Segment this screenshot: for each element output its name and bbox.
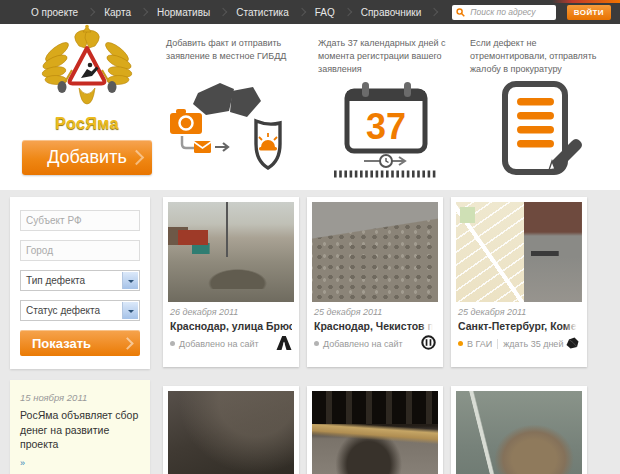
news-panel: 15 ноября 2011 РосЯма объявляет сбор ден… [10, 380, 150, 474]
card-status: Добавлено на сайт [323, 339, 403, 349]
card-status-row: В ГАИ ждать 35 дней [458, 336, 580, 351]
show-button-label: Показать [32, 336, 91, 351]
main-content: Тип дефекта Статус дефекта Показать 15 н… [0, 190, 620, 474]
address-search-box[interactable] [452, 5, 556, 20]
news-more-link[interactable]: » [20, 458, 25, 468]
defect-photo[interactable] [168, 391, 294, 474]
card-date: 26 декабря 2011 [170, 307, 292, 317]
magnifier-icon [456, 8, 465, 17]
top-nav: О проекте Карта Нормативы Статистика FAQ… [0, 0, 620, 24]
card-title[interactable]: Краснодар, улица Брюсова 65 [170, 320, 292, 332]
defect-card[interactable]: 25 декабря 2011 Краснодар, Чекистов прос… [307, 197, 443, 367]
nav-item-map[interactable]: Карта [95, 7, 140, 18]
nav-separator-icon [87, 8, 95, 16]
complaint-document-pen-icon [470, 79, 604, 183]
step-report-text: Добавить факт и отправить заявление в ме… [166, 37, 300, 79]
road-icon [276, 336, 292, 352]
brand-name: РосЯма [55, 115, 119, 133]
nav-separator-icon [219, 8, 227, 16]
chevron-right-icon [129, 150, 145, 166]
defect-photo[interactable] [312, 202, 438, 302]
defect-status-value: Статус дефекта [26, 305, 100, 316]
defect-card[interactable]: 26 декабря 2011 Краснодар, улица Брюсова… [163, 197, 299, 367]
card-footer: 25 декабря 2011 Санкт-Петербург, Коменда… [456, 305, 582, 357]
card-wait: ждать 35 дней [503, 339, 563, 349]
nav-item-directories[interactable]: Справочники [352, 7, 431, 18]
add-defect-button[interactable]: Добавить [22, 140, 152, 175]
login-button[interactable]: войти [567, 5, 611, 20]
hero-section: РосЯма Добавить Добавить факт и отправит… [0, 24, 620, 190]
defect-type-value: Тип дефекта [26, 275, 85, 286]
rock-icon [564, 336, 580, 351]
filter-panel: Тип дефекта Статус дефекта Показать [10, 197, 150, 369]
step-complain-text: Если дефект не отремонтировали, отправля… [470, 37, 604, 79]
card-status-row: Добавлено на сайт [314, 336, 436, 351]
news-title: РосЯма объявляет сбор денег на развитие … [20, 408, 140, 452]
defect-type-select[interactable]: Тип дефекта [20, 270, 140, 291]
step-wait-text: Ждать 37 календарных дней с момента реги… [318, 37, 452, 79]
logo-column: РосЯма Добавить [12, 24, 162, 190]
defect-map-photo[interactable] [456, 202, 582, 302]
card-status: В ГАИ [467, 339, 492, 349]
defect-photo[interactable] [312, 391, 438, 474]
how-it-works-steps: Добавить факт и отправить заявление в ме… [162, 24, 620, 190]
show-button[interactable]: Показать [20, 330, 140, 356]
chevron-down-icon [122, 302, 138, 319]
defect-photo[interactable] [456, 391, 582, 474]
news-date: 15 ноября 2011 [20, 392, 140, 403]
defect-card[interactable]: 25 декабря 2011 Москва, Московская кольц… [307, 386, 443, 474]
nav-separator-icon [343, 8, 351, 16]
nav-separator-icon [430, 8, 438, 16]
defect-card[interactable]: 25 декабря 2011 Москва, Черноморский бул… [163, 386, 299, 474]
defect-cards-grid: 26 декабря 2011 Краснодар, улица Брюсова… [163, 197, 587, 474]
city-input[interactable] [20, 240, 140, 261]
nav-item-faq[interactable]: FAQ [306, 7, 344, 18]
defect-status-select[interactable]: Статус дефекта [20, 300, 140, 321]
card-status-row: Добавлено на сайт [170, 336, 292, 351]
search-input[interactable] [468, 6, 552, 18]
card-title[interactable]: Краснодар, Чекистов проспект, [314, 320, 436, 332]
sidebar: Тип дефекта Статус дефекта Показать 15 н… [10, 197, 150, 474]
defect-card[interactable]: 25 декабря 2011 Москва, Широкий проезд [451, 386, 587, 474]
nav-item-about[interactable]: О проекте [22, 7, 87, 18]
card-title[interactable]: Санкт-Петербург, Комендантск [458, 320, 580, 332]
nav-item-statistics[interactable]: Статистика [227, 7, 298, 18]
card-footer: 25 декабря 2011 Краснодар, Чекистов прос… [312, 305, 438, 357]
pothole-camera-mail-shield-icon [166, 79, 300, 183]
status-dot-icon [170, 341, 175, 346]
status-dot-icon [458, 341, 463, 346]
chevron-right-icon [121, 337, 134, 350]
region-input[interactable] [20, 210, 140, 231]
nav-item-regulations[interactable]: Нормативы [148, 7, 219, 18]
defect-photo[interactable] [168, 202, 294, 302]
status-separator [497, 339, 498, 349]
step-report: Добавить факт и отправить заявление в ме… [162, 37, 314, 190]
add-defect-label: Добавить [47, 147, 127, 168]
nav-separator-icon [140, 8, 148, 16]
card-date: 25 декабря 2011 [314, 307, 436, 317]
status-dot-icon [314, 341, 319, 346]
manhole-icon [421, 335, 436, 352]
defect-card[interactable]: 25 декабря 2011 Санкт-Петербург, Коменда… [451, 197, 587, 367]
calendar-number: 37 [366, 106, 406, 147]
nav-separator-icon [297, 8, 305, 16]
card-footer: 26 декабря 2011 Краснодар, улица Брюсова… [168, 305, 294, 357]
step-complain: Если дефект не отремонтировали, отправля… [466, 37, 618, 190]
top-right-accent-strip [552, 0, 620, 3]
card-date: 25 декабря 2011 [458, 307, 580, 317]
calendar-timeline-icon: 37 [318, 79, 452, 183]
card-status: Добавлено на сайт [179, 339, 259, 349]
eagle-roadworks-emblem [41, 24, 133, 118]
step-wait: Ждать 37 календарных дней с момента реги… [314, 37, 466, 190]
chevron-down-icon [122, 272, 138, 289]
